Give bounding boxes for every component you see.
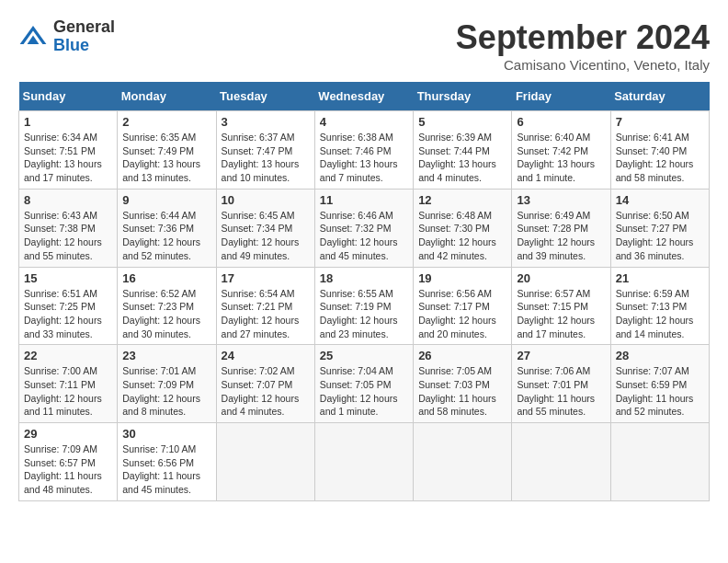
day-cell-1: 1Sunrise: 6:34 AMSunset: 7:51 PMDaylight…	[19, 111, 118, 190]
day-number: 19	[418, 271, 506, 285]
page-header: General Blue September 2024 Camisano Vic…	[18, 18, 710, 73]
week-row-3: 15Sunrise: 6:51 AMSunset: 7:25 PMDayligh…	[19, 267, 710, 345]
day-cell-16: 16Sunrise: 6:52 AMSunset: 7:23 PMDayligh…	[118, 267, 216, 345]
day-number: 16	[122, 271, 210, 285]
day-cell-4: 4Sunrise: 6:38 AMSunset: 7:46 PMDaylight…	[314, 111, 413, 190]
day-info: Sunrise: 6:34 AMSunset: 7:51 PMDaylight:…	[24, 131, 112, 185]
day-number: 15	[24, 271, 112, 285]
day-info: Sunrise: 6:50 AMSunset: 7:27 PMDaylight:…	[616, 209, 704, 263]
header-day-thursday: Thursday	[414, 82, 512, 111]
header-day-friday: Friday	[512, 82, 610, 111]
header-day-tuesday: Tuesday	[216, 82, 314, 111]
day-info: Sunrise: 7:07 AMSunset: 6:59 PMDaylight:…	[616, 364, 704, 419]
day-info: Sunrise: 6:45 AMSunset: 7:34 PMDaylight:…	[222, 209, 310, 263]
day-number: 17	[222, 271, 310, 285]
header-day-sunday: Sunday	[19, 82, 118, 111]
day-info: Sunrise: 7:10 AMSunset: 6:56 PMDaylight:…	[122, 442, 210, 497]
day-number: 12	[418, 193, 506, 207]
day-number: 14	[616, 193, 704, 207]
day-cell-14: 14Sunrise: 6:50 AMSunset: 7:27 PMDayligh…	[610, 189, 709, 267]
day-cell-26: 26Sunrise: 7:05 AMSunset: 7:03 PMDayligh…	[414, 345, 512, 423]
logo: General Blue	[18, 18, 115, 55]
day-cell-24: 24Sunrise: 7:02 AMSunset: 7:07 PMDayligh…	[216, 345, 314, 423]
day-info: Sunrise: 6:37 AMSunset: 7:47 PMDaylight:…	[222, 131, 310, 185]
day-cell-11: 11Sunrise: 6:46 AMSunset: 7:32 PMDayligh…	[314, 189, 413, 267]
day-cell-27: 27Sunrise: 7:06 AMSunset: 7:01 PMDayligh…	[512, 345, 610, 423]
day-info: Sunrise: 6:39 AMSunset: 7:44 PMDaylight:…	[418, 131, 506, 185]
day-cell-20: 20Sunrise: 6:57 AMSunset: 7:15 PMDayligh…	[512, 267, 610, 345]
day-info: Sunrise: 6:54 AMSunset: 7:21 PMDaylight:…	[222, 287, 310, 341]
day-number: 6	[517, 115, 605, 129]
day-info: Sunrise: 6:55 AMSunset: 7:19 PMDaylight:…	[320, 287, 408, 341]
logo-general: General	[53, 17, 115, 36]
header-day-monday: Monday	[118, 82, 216, 111]
day-number: 29	[24, 427, 112, 441]
day-number: 10	[222, 193, 310, 207]
day-cell-5: 5Sunrise: 6:39 AMSunset: 7:44 PMDaylight…	[414, 111, 512, 190]
day-number: 4	[320, 115, 408, 129]
day-number: 5	[418, 115, 506, 129]
empty-cell	[216, 423, 314, 501]
day-number: 28	[616, 349, 704, 362]
day-number: 21	[616, 271, 704, 285]
header-day-saturday: Saturday	[610, 82, 709, 111]
day-number: 7	[616, 115, 704, 129]
day-cell-19: 19Sunrise: 6:56 AMSunset: 7:17 PMDayligh…	[414, 267, 512, 345]
empty-cell	[314, 423, 413, 501]
logo-blue: Blue	[53, 36, 89, 54]
day-info: Sunrise: 6:46 AMSunset: 7:32 PMDaylight:…	[320, 209, 408, 263]
day-info: Sunrise: 6:44 AMSunset: 7:36 PMDaylight:…	[122, 209, 210, 263]
day-info: Sunrise: 7:00 AMSunset: 7:11 PMDaylight:…	[24, 364, 112, 419]
week-row-5: 29Sunrise: 7:09 AMSunset: 6:57 PMDayligh…	[19, 423, 710, 501]
day-number: 20	[517, 271, 605, 285]
logo-icon	[18, 22, 48, 52]
day-info: Sunrise: 6:40 AMSunset: 7:42 PMDaylight:…	[517, 131, 605, 185]
day-cell-22: 22Sunrise: 7:00 AMSunset: 7:11 PMDayligh…	[19, 345, 118, 423]
day-info: Sunrise: 7:01 AMSunset: 7:09 PMDaylight:…	[122, 364, 210, 419]
header-day-wednesday: Wednesday	[314, 82, 413, 111]
day-info: Sunrise: 7:09 AMSunset: 6:57 PMDaylight:…	[24, 442, 112, 497]
day-number: 25	[320, 349, 408, 362]
day-number: 2	[122, 115, 210, 129]
day-info: Sunrise: 7:06 AMSunset: 7:01 PMDaylight:…	[517, 364, 605, 419]
day-cell-17: 17Sunrise: 6:54 AMSunset: 7:21 PMDayligh…	[216, 267, 314, 345]
day-cell-18: 18Sunrise: 6:55 AMSunset: 7:19 PMDayligh…	[314, 267, 413, 345]
day-cell-15: 15Sunrise: 6:51 AMSunset: 7:25 PMDayligh…	[19, 267, 118, 345]
day-number: 18	[320, 271, 408, 285]
day-cell-23: 23Sunrise: 7:01 AMSunset: 7:09 PMDayligh…	[118, 345, 216, 423]
week-row-4: 22Sunrise: 7:00 AMSunset: 7:11 PMDayligh…	[19, 345, 710, 423]
day-info: Sunrise: 6:49 AMSunset: 7:28 PMDaylight:…	[517, 209, 605, 263]
day-info: Sunrise: 6:56 AMSunset: 7:17 PMDaylight:…	[418, 287, 506, 341]
logo-text: General Blue	[53, 18, 115, 55]
day-cell-6: 6Sunrise: 6:40 AMSunset: 7:42 PMDaylight…	[512, 111, 610, 190]
header-row: SundayMondayTuesdayWednesdayThursdayFrid…	[19, 82, 710, 111]
day-info: Sunrise: 6:41 AMSunset: 7:40 PMDaylight:…	[616, 131, 704, 185]
day-number: 3	[222, 115, 310, 129]
day-cell-2: 2Sunrise: 6:35 AMSunset: 7:49 PMDaylight…	[118, 111, 216, 190]
day-number: 26	[418, 349, 506, 362]
day-number: 23	[122, 349, 210, 362]
title-area: September 2024 Camisano Vicentino, Venet…	[456, 18, 710, 73]
month-title: September 2024	[456, 18, 710, 57]
day-cell-8: 8Sunrise: 6:43 AMSunset: 7:38 PMDaylight…	[19, 189, 118, 267]
day-info: Sunrise: 6:59 AMSunset: 7:13 PMDaylight:…	[616, 287, 704, 341]
day-cell-12: 12Sunrise: 6:48 AMSunset: 7:30 PMDayligh…	[414, 189, 512, 267]
day-info: Sunrise: 6:35 AMSunset: 7:49 PMDaylight:…	[122, 131, 210, 185]
day-cell-9: 9Sunrise: 6:44 AMSunset: 7:36 PMDaylight…	[118, 189, 216, 267]
day-info: Sunrise: 6:43 AMSunset: 7:38 PMDaylight:…	[24, 209, 112, 263]
week-row-2: 8Sunrise: 6:43 AMSunset: 7:38 PMDaylight…	[19, 189, 710, 267]
day-number: 8	[24, 193, 112, 207]
empty-cell	[414, 423, 512, 501]
day-info: Sunrise: 6:51 AMSunset: 7:25 PMDaylight:…	[24, 287, 112, 341]
day-cell-29: 29Sunrise: 7:09 AMSunset: 6:57 PMDayligh…	[19, 423, 118, 501]
day-cell-7: 7Sunrise: 6:41 AMSunset: 7:40 PMDaylight…	[610, 111, 709, 190]
day-number: 1	[24, 115, 112, 129]
empty-cell	[512, 423, 610, 501]
week-row-1: 1Sunrise: 6:34 AMSunset: 7:51 PMDaylight…	[19, 111, 710, 190]
day-info: Sunrise: 6:38 AMSunset: 7:46 PMDaylight:…	[320, 131, 408, 185]
day-number: 30	[122, 427, 210, 441]
day-cell-21: 21Sunrise: 6:59 AMSunset: 7:13 PMDayligh…	[610, 267, 709, 345]
day-number: 11	[320, 193, 408, 207]
day-number: 13	[517, 193, 605, 207]
day-cell-28: 28Sunrise: 7:07 AMSunset: 6:59 PMDayligh…	[610, 345, 709, 423]
